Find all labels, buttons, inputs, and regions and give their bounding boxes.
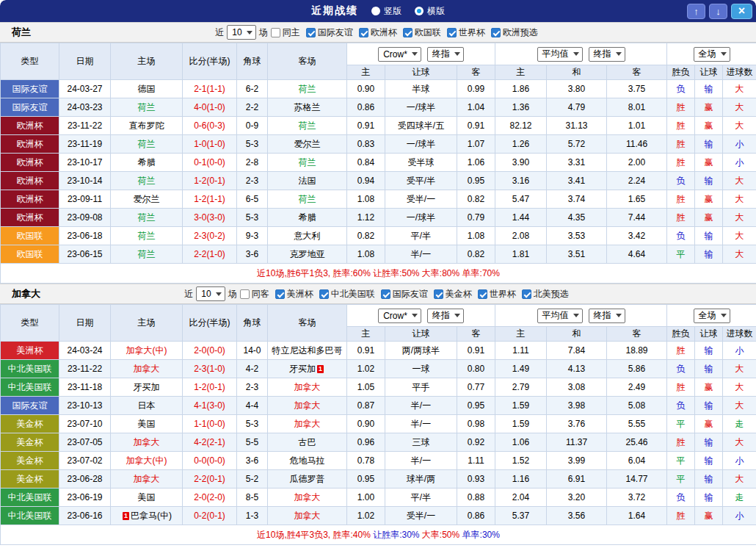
odds-away: 0.98: [457, 415, 495, 433]
league-filter-checkbox[interactable]: [381, 289, 390, 299]
match-type-badge: 美金杯: [1, 470, 59, 488]
same-venue-label[interactable]: 同主: [283, 26, 300, 39]
league-filter-label[interactable]: 中北美国联: [331, 288, 375, 300]
league-filter-checkbox[interactable]: [319, 289, 329, 299]
score: 2-2(1-0): [183, 245, 237, 264]
away-team: 特立尼达和多巴哥: [268, 342, 347, 360]
league-filter-label[interactable]: 国际友谊: [318, 26, 353, 39]
home-team-name: 直布罗陀: [129, 120, 164, 131]
result-handicap: 赢: [695, 154, 723, 172]
avg-away: 6.04: [607, 452, 667, 470]
titlebar: 近期战绩 竖版 横版 ↑ ↓ ×: [0, 0, 756, 22]
avg-home: 1.59: [495, 415, 547, 433]
result-outcome: 胜: [667, 117, 695, 135]
odds-handicap: 三球: [385, 433, 457, 452]
league-filter-label[interactable]: 欧国联: [415, 26, 441, 39]
bookmaker-select[interactable]: Crow*: [378, 47, 421, 62]
match-date: 24-03-24: [59, 342, 111, 360]
match-type-badge: 欧洲杯: [1, 117, 59, 135]
column-header: 类型: [1, 305, 59, 342]
scroll-up-button[interactable]: ↑: [687, 4, 705, 19]
final-odds-select[interactable]: 终指: [589, 47, 625, 62]
league-filter-label[interactable]: 北美预选: [534, 288, 569, 300]
same-venue-checkbox[interactable]: [240, 289, 250, 299]
league-filter-checkbox[interactable]: [522, 289, 531, 299]
odds-home: 0.84: [347, 154, 385, 172]
odds-handicap: 受平/半: [385, 172, 457, 190]
match-row: 美金杯23-07-05加拿大4-2(2-1)5-5古巴0.96三球0.921.0…: [1, 433, 756, 452]
corners: 5-2: [237, 470, 268, 488]
fulltime-select[interactable]: 全场: [694, 309, 730, 323]
close-button[interactable]: ×: [731, 4, 752, 19]
league-filter-checkbox[interactable]: [306, 28, 316, 37]
final-odds-select[interactable]: 终指: [589, 309, 625, 323]
chevron-down-icon: [412, 314, 418, 317]
avg-away: 1.01: [607, 117, 667, 135]
match-date: 23-10-14: [59, 172, 111, 190]
result-outcome: 胜: [667, 342, 695, 360]
recent-count-select[interactable]: 10: [196, 286, 225, 301]
odds-home: 1.08: [347, 245, 385, 264]
league-filter-checkbox[interactable]: [403, 28, 412, 37]
fulltime-select-value: 全场: [699, 48, 716, 60]
average-odds-select[interactable]: 平均值: [537, 309, 583, 323]
league-filter-checkbox[interactable]: [478, 289, 487, 299]
odds-home: 0.90: [347, 80, 385, 98]
result-goals: 走: [723, 488, 756, 507]
result-handicap: 输: [695, 452, 723, 470]
column-header: 角球: [237, 305, 268, 342]
recent-count-select[interactable]: 10: [227, 25, 255, 40]
league-filter-checkbox[interactable]: [275, 289, 285, 299]
away-team-name: 加拿大: [294, 419, 321, 429]
odds-handicap: 半球: [385, 80, 457, 98]
layout-radio-vertical[interactable]: 竖版: [371, 5, 401, 18]
away-team-name: 意大利: [294, 231, 321, 241]
result-handicap: 赢: [695, 117, 723, 135]
league-filter-label[interactable]: 美金杯: [446, 288, 472, 300]
league-filter-label[interactable]: 世界杯: [490, 288, 516, 300]
league-filter-checkbox[interactable]: [434, 289, 443, 299]
same-venue-checkbox[interactable]: [271, 28, 280, 37]
avg-draw: 3.99: [547, 452, 607, 470]
home-team-name: 希腊: [138, 157, 156, 167]
scroll-down-button[interactable]: ↓: [709, 4, 727, 19]
league-filter-label[interactable]: 欧洲预选: [503, 26, 538, 39]
sub-column-header: 客: [607, 327, 667, 342]
result-handicap: 输: [695, 80, 723, 98]
avg-draw: 5.72: [547, 135, 607, 154]
match-date: 23-06-28: [59, 470, 111, 488]
result-goals: 走: [723, 415, 756, 433]
away-team: 爱尔兰: [268, 135, 347, 154]
league-filter-checkbox[interactable]: [359, 28, 368, 37]
odds-home: 1.08: [347, 190, 385, 209]
result-goals: 大: [723, 209, 756, 227]
corners: 6-2: [237, 80, 268, 98]
average-odds-select[interactable]: 平均值: [537, 47, 583, 62]
league-filter-label[interactable]: 世界杯: [459, 26, 485, 39]
final-odds-select[interactable]: 终指: [427, 309, 464, 323]
league-filter-label[interactable]: 美洲杯: [287, 288, 313, 300]
home-team-name: 日本: [138, 400, 156, 411]
match-row: 美金杯23-07-02加拿大(中)0-0(0-0)3-6危地马拉0.78半/一1…: [1, 452, 756, 470]
result-goals: 小: [723, 507, 756, 525]
league-filter-checkbox[interactable]: [491, 28, 501, 37]
match-date: 23-11-22: [59, 117, 111, 135]
match-row: 欧洲杯23-11-19荷兰1-0(1-0)5-3爱尔兰0.83一/球半1.071…: [1, 135, 756, 154]
sub-column-header: 让球: [695, 65, 723, 80]
score: 2-3(0-2): [183, 227, 237, 245]
home-team-name: 加拿大: [134, 474, 160, 484]
match-date: 23-06-15: [59, 245, 111, 264]
bookmaker-select[interactable]: Crow*: [378, 309, 421, 323]
league-filter-label[interactable]: 国际友谊: [393, 288, 428, 300]
result-goals: 大: [723, 433, 756, 452]
avg-away: 14.77: [607, 470, 667, 488]
down-arrow-icon: ↓: [716, 6, 721, 17]
layout-radio-horizontal[interactable]: 横版: [415, 5, 445, 18]
final-odds-select[interactable]: 终指: [427, 47, 464, 62]
fulltime-select[interactable]: 全场: [694, 47, 730, 62]
same-venue-label[interactable]: 同客: [252, 288, 269, 300]
column-header: 主场: [111, 43, 183, 80]
league-filter-checkbox[interactable]: [447, 28, 457, 37]
result-goals: 大: [723, 98, 756, 117]
league-filter-label[interactable]: 欧洲杯: [371, 26, 397, 39]
